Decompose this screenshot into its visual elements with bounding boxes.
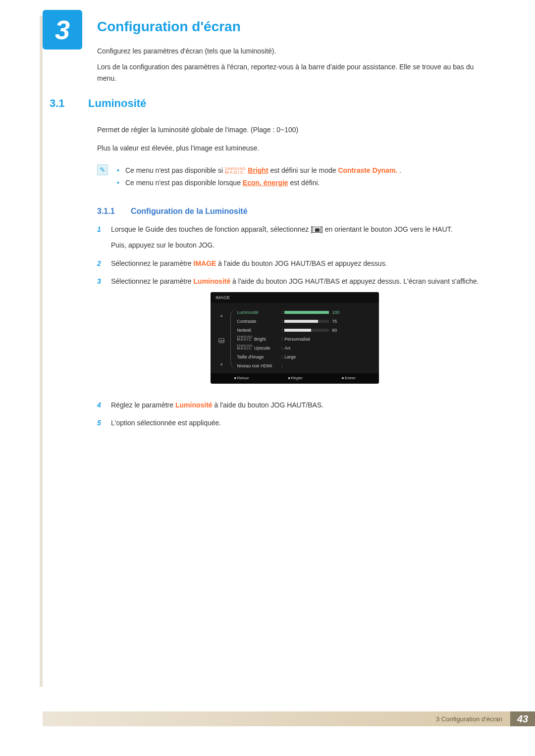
intro-p2: Lors de la configuration des paramètres …	[97, 61, 490, 84]
osd-back: Retour	[234, 375, 249, 382]
step3-b: à l'aide du bouton JOG HAUT/BAS et appuy…	[230, 277, 479, 285]
osd-row: Luminosité:100	[237, 308, 372, 317]
up-arrow-icon: ▲	[219, 313, 223, 319]
step-number: 5	[97, 417, 104, 428]
section-body: Permet de régler la luminosité globale d…	[97, 124, 490, 154]
colon: :	[281, 362, 284, 369]
step1-c: Puis, appuyez sur le bouton JOG.	[111, 240, 452, 251]
step4-b: à l'aide du bouton JOG HAUT/BAS.	[213, 401, 323, 409]
steps-list: 1 Lorsque le Guide des touches de foncti…	[97, 224, 490, 436]
note2-a: Ce menu n'est pas disponible lorsque	[125, 179, 243, 187]
osd-row: Netteté:60	[237, 326, 372, 335]
osd-value: Arr.	[284, 345, 372, 352]
step-number: 3	[97, 276, 104, 393]
step5: L'option sélectionnée est appliquée.	[111, 417, 221, 428]
note2-b: est défini.	[290, 179, 320, 187]
slider-bar	[284, 329, 329, 332]
luminosite-keyword: Luminosité	[175, 401, 213, 409]
note1-c: .	[399, 166, 401, 174]
step4-a: Réglez le paramètre	[111, 401, 175, 409]
osd-label: Netteté	[237, 327, 281, 334]
osd-nav: ▲ ▮▮▮ ▼	[217, 308, 225, 370]
osd-adjust: Régler	[288, 375, 303, 382]
image-keyword: IMAGE	[194, 259, 216, 267]
step-1: 1 Lorsque le Guide des touches de foncti…	[97, 224, 490, 251]
osd-enter: Entrer	[342, 375, 356, 382]
osd-value: Large	[284, 353, 372, 360]
note1-b: est défini sur le mode	[270, 166, 338, 174]
osd-value: 60	[284, 327, 372, 334]
down-arrow-icon: ▼	[219, 362, 223, 368]
slider-value: 100	[332, 309, 339, 316]
osd-value: Personnalisé	[284, 336, 372, 343]
osd-value: 75	[284, 318, 372, 325]
section-p1: Permet de régler la luminosité globale d…	[97, 124, 490, 136]
osd-row: Contraste:75	[237, 317, 372, 326]
nav-box-icon: ▮▮▮	[218, 338, 224, 343]
osd-screenshot: IMAGE ▲ ▮▮▮ ▼ Luminosité:100Contraste:75…	[211, 292, 379, 384]
luminosite-keyword: Luminosité	[194, 277, 231, 285]
osd-header: IMAGE	[211, 292, 379, 303]
step-5: 5 L'option sélectionnée est appliquée.	[97, 417, 490, 428]
step3-a: Sélectionnez le paramètre	[111, 277, 194, 285]
step1-a: Lorsque le Guide des touches de fonction…	[111, 225, 313, 233]
step-4: 4 Réglez le paramètre Luminosité à l'aid…	[97, 400, 490, 410]
osd-label: Contraste	[237, 318, 281, 325]
osd-label: Taille d'image	[237, 353, 281, 360]
step-number: 2	[97, 258, 104, 269]
note-icon: ✎	[97, 164, 108, 175]
bullet-icon: •	[117, 164, 119, 177]
osd-label: SAMSUNGMAGIC Upscale	[237, 345, 281, 352]
section-title: Luminosité	[88, 97, 146, 110]
slider-value: 60	[332, 327, 337, 334]
slider-bar	[284, 311, 329, 314]
intro-block: Configurez les paramètres d'écran (tels …	[97, 46, 490, 84]
chapter-number: 3	[55, 14, 70, 45]
intro-p1: Configurez les paramètres d'écran (tels …	[97, 46, 490, 56]
osd-menu-list: Luminosité:100Contraste:75Netteté:60SAMS…	[230, 308, 372, 370]
menu-icon: ▮▮▮	[313, 227, 321, 233]
step1-b: ] en orientant le bouton JOG vers le HAU…	[321, 225, 452, 233]
subsection-number: 3.1.1	[97, 207, 115, 216]
osd-label: Niveau noir HDMI	[237, 362, 281, 369]
osd-row: SAMSUNGMAGIC Upscale:Arr.	[237, 344, 372, 353]
osd-row: SAMSUNGMAGIC Bright:Personnalisé	[237, 335, 372, 344]
note1-a: Ce menu n'est pas disponible si	[125, 166, 225, 174]
note-item-1: • Ce menu n'est pas disponible si SAMSUN…	[117, 164, 490, 177]
note-item-2: • Ce menu n'est pas disponible lorsque E…	[117, 177, 490, 189]
page-footer: 3 Configuration d'écran 43	[43, 711, 535, 726]
osd-row: Taille d'image:Large	[237, 353, 372, 361]
samsung-magic-logo: SAMSUNGMAGIC	[225, 167, 246, 175]
chapter-title: Configuration d'écran	[97, 19, 241, 35]
section-p2: Plus la valeur est élevée, plus l'image …	[97, 142, 490, 154]
osd-label: Luminosité	[237, 309, 281, 316]
section-number: 3.1	[50, 97, 65, 110]
osd-label: SAMSUNGMAGIC Bright	[237, 336, 281, 343]
subsection-title: Configuration de la Luminosité	[131, 207, 248, 216]
footer-label: 3 Configuration d'écran	[43, 711, 510, 726]
step-number: 1	[97, 224, 104, 251]
slider-bar	[284, 320, 329, 323]
step-2: 2 Sélectionnez le paramètre IMAGE à l'ai…	[97, 258, 490, 269]
contraste-dynam: Contraste Dynam.	[338, 166, 397, 174]
osd-value: 100	[284, 309, 372, 316]
step2-a: Sélectionnez le paramètre	[111, 259, 194, 267]
bright-link[interactable]: Bright	[248, 166, 268, 174]
slider-value: 75	[332, 318, 337, 325]
step-3: 3 Sélectionnez le paramètre Luminosité à…	[97, 276, 490, 393]
page-number: 43	[510, 711, 535, 726]
bullet-icon: •	[117, 177, 119, 189]
step-number: 4	[97, 400, 104, 410]
chapter-badge: 3	[43, 10, 82, 50]
econ-energie-link[interactable]: Econ. énergie	[243, 179, 288, 187]
step2-b: à l'aide du bouton JOG HAUT/BAS et appuy…	[216, 259, 387, 267]
note-block: ✎ • Ce menu n'est pas disponible si SAMS…	[97, 164, 490, 189]
note-list: • Ce menu n'est pas disponible si SAMSUN…	[117, 164, 490, 189]
left-decor-bar	[40, 16, 43, 687]
osd-row: Niveau noir HDMI:	[237, 361, 372, 370]
osd-footer: Retour Régler Entrer	[211, 373, 379, 384]
